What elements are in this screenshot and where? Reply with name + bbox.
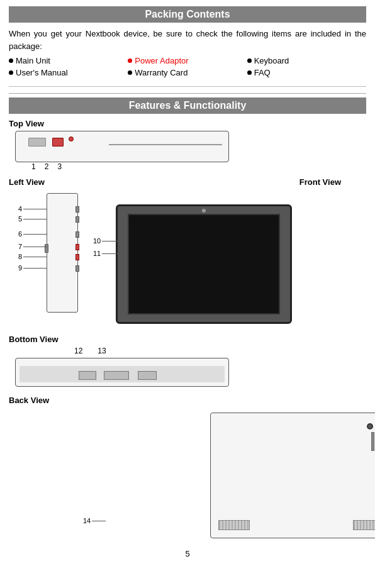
bv-port2 — [104, 371, 129, 380]
fv-num-11: 11 — [93, 250, 101, 257]
bottom-view-diagram — [15, 358, 229, 387]
lv-label-4: 4 — [18, 205, 47, 213]
tv-dot — [69, 136, 74, 141]
tv-num-2: 2 — [45, 162, 49, 171]
packing-item-keyboard: Keyboard — [247, 56, 366, 65]
lv-line-9 — [23, 268, 47, 269]
bullet-icon — [247, 70, 252, 75]
lv-num-8: 8 — [18, 253, 22, 260]
fv-screen — [128, 214, 280, 314]
lv-line-5 — [23, 219, 47, 219]
bullet-icon — [128, 70, 132, 75]
bullet-icon — [247, 58, 252, 63]
top-view-diagram — [15, 131, 229, 162]
lv-label-9: 9 — [18, 264, 47, 272]
left-view-label: Left View — [9, 177, 72, 187]
bullet-icon — [9, 58, 13, 63]
left-view-diagram: 4 5 6 7 8 — [47, 193, 78, 313]
bullet-red-icon — [128, 58, 132, 63]
bottom-view-numbers: 12 13 — [74, 347, 366, 355]
lv-num-7: 7 — [18, 243, 22, 250]
page-number: 5 — [9, 549, 366, 558]
bkv-line-14 — [92, 521, 106, 521]
tv-num-1: 1 — [31, 162, 36, 171]
lv-line-6 — [23, 234, 47, 235]
bkv-hinge — [371, 432, 374, 451]
lv-port-7 — [76, 244, 79, 250]
lv-num-4: 4 — [18, 205, 22, 213]
top-view-label: Top View — [9, 119, 366, 128]
top-view-numbers: 1 2 3 — [21, 162, 366, 171]
lv-label-8: 8 — [18, 253, 47, 260]
bkv-camera — [367, 423, 373, 430]
item-label: FAQ — [254, 68, 271, 77]
fv-line-10 — [102, 241, 121, 241]
tv-num-3: 3 — [57, 162, 62, 171]
bottom-view-label: Bottom View — [9, 335, 366, 344]
lv-line-8 — [23, 257, 47, 257]
item-label: Warranty Card — [135, 68, 188, 77]
lv-port-9 — [76, 265, 79, 272]
lv-num-6: 6 — [18, 230, 22, 238]
section-divider — [9, 86, 366, 87]
tv-line — [109, 144, 222, 145]
front-view-diagram — [116, 204, 292, 324]
left-front-views: Left View 4 — [9, 177, 366, 326]
lv-port-5 — [76, 216, 79, 223]
features-section: Features & Functionality Top View 1 2 3 … — [9, 93, 366, 540]
front-view-col: Front View 10 11 — [78, 177, 366, 326]
tv-slot2 — [52, 138, 64, 147]
lv-num-5: 5 — [18, 215, 22, 223]
bottom-view-container: Bottom View 12 13 — [9, 335, 366, 387]
back-view-label: Back View — [9, 396, 366, 405]
bv-port3 — [138, 371, 157, 380]
fv-camera — [202, 209, 206, 213]
item-label: Main Unit — [16, 56, 50, 65]
front-view-label: Front View — [78, 177, 366, 187]
bv-num-12: 12 — [74, 347, 82, 355]
item-label: Keyboard — [254, 56, 289, 65]
item-label: Power Adaptor — [135, 56, 188, 65]
left-view-col: Left View 4 — [9, 177, 72, 326]
lv-port-8 — [76, 254, 79, 260]
lv-line-4 — [23, 209, 47, 209]
lv-label-5: 5 — [18, 215, 47, 223]
lv-label-6: 6 — [18, 230, 47, 238]
top-view-container: Top View 1 2 3 — [9, 119, 366, 171]
bkv-speaker-left — [218, 520, 250, 530]
bkv-speaker-right — [353, 520, 375, 530]
bkv-num-14: 14 — [83, 517, 91, 524]
bullet-icon — [9, 70, 13, 75]
packing-item-faq: FAQ — [247, 68, 366, 77]
tv-slot1 — [28, 138, 46, 147]
features-title: Features & Functionality — [9, 97, 366, 114]
packing-list: Main Unit Power Adaptor Keyboard User's … — [9, 56, 366, 77]
packing-title: Packing Contents — [9, 6, 366, 23]
bv-port1 — [79, 371, 96, 380]
bv-num-13: 13 — [98, 347, 106, 355]
lv-line-7 — [23, 247, 47, 247]
packing-item-main-unit: Main Unit — [9, 56, 128, 65]
back-view-container: Back View 15 14 — [9, 396, 366, 540]
fv-label-11: 11 — [93, 250, 121, 257]
lv-label-7: 7 — [18, 243, 47, 250]
lv-port-6 — [76, 231, 79, 238]
fv-label-10: 10 — [93, 237, 121, 245]
item-label: User's Manual — [16, 68, 68, 77]
bkv-label-14: 14 — [83, 517, 106, 524]
packing-item-users-manual: User's Manual — [9, 68, 128, 77]
packing-intro: When you get your Nextbook device, be su… — [9, 28, 366, 52]
fv-line-11 — [102, 253, 121, 254]
lv-num-9: 9 — [18, 264, 22, 272]
fv-num-10: 10 — [93, 237, 101, 245]
packing-section: Packing Contents When you get your Nextb… — [9, 6, 366, 77]
packing-item-warranty: Warranty Card — [128, 68, 247, 77]
packing-item-power-adaptor: Power Adaptor — [128, 56, 247, 65]
back-view-diagram — [210, 413, 375, 538]
lv-port-4 — [76, 206, 79, 213]
